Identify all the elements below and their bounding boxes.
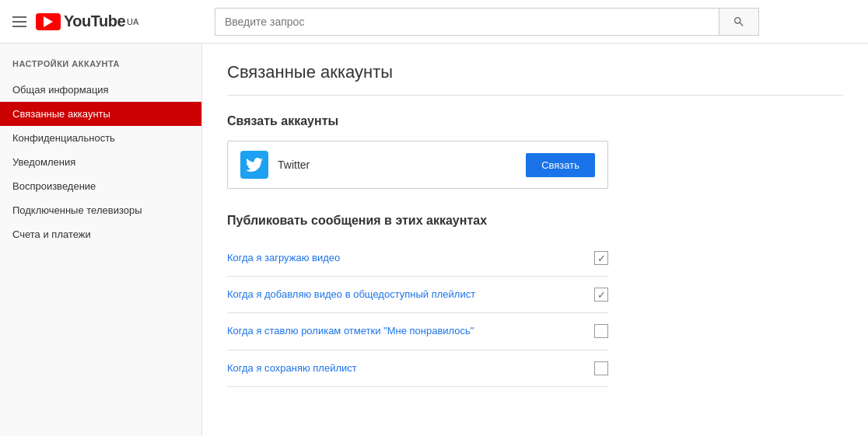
publish-label-upload: Когда я загружаю видео xyxy=(227,251,582,265)
search-icon xyxy=(733,16,745,28)
page-title: Связанные аккаунты xyxy=(227,62,843,82)
connect-button[interactable]: Связать xyxy=(526,153,595,177)
publish-row-save-playlist: Когда я сохраняю плейлист xyxy=(227,351,608,387)
link-section-title: Связать аккаунты xyxy=(227,114,843,128)
sidebar-item-playback[interactable]: Воспроизведение xyxy=(0,174,201,198)
publish-label-save-playlist: Когда я сохраняю плейлист xyxy=(227,361,582,375)
twitter-icon xyxy=(240,151,268,179)
search-button[interactable] xyxy=(719,8,759,36)
logo-text: YouTube xyxy=(64,12,125,30)
publish-label-playlist-add: Когда я добавляю видео в общедоступный п… xyxy=(227,288,582,302)
publish-row-playlist-add: Когда я добавляю видео в общедоступный п… xyxy=(227,277,608,313)
sidebar-item-billing[interactable]: Счета и платежи xyxy=(0,222,201,246)
checkbox-playlist-add[interactable]: ✓ xyxy=(594,288,608,302)
search-container xyxy=(215,8,759,36)
sidebar: НАСТРОЙКИ АККАУНТА Общая информация Связ… xyxy=(0,44,202,436)
checkmark-playlist-add: ✓ xyxy=(597,289,606,301)
publish-row-like: Когда я ставлю роликам отметки "Мне понр… xyxy=(227,313,608,350)
sidebar-item-general[interactable]: Общая информация xyxy=(0,78,201,102)
checkbox-upload[interactable]: ✓ xyxy=(594,251,608,265)
hamburger-menu[interactable] xyxy=(12,16,26,27)
sidebar-item-tvs[interactable]: Подключенные телевизоры xyxy=(0,198,201,222)
sidebar-item-privacy[interactable]: Конфиденциальность xyxy=(0,126,201,150)
header-left: YouTubeUA xyxy=(12,12,215,30)
sidebar-item-notifications[interactable]: Уведомления xyxy=(0,150,201,174)
twitter-bird-icon xyxy=(246,156,263,173)
publish-section-title: Публиковать сообщения в этих аккаунтах xyxy=(227,214,843,228)
twitter-label: Twitter xyxy=(278,159,516,171)
header: YouTubeUA xyxy=(0,0,868,44)
checkmark-upload: ✓ xyxy=(597,253,606,264)
logo-ua: UA xyxy=(127,17,138,26)
checkbox-save-playlist[interactable] xyxy=(594,361,608,375)
publish-row-upload: Когда я загружаю видео ✓ xyxy=(227,240,608,277)
play-triangle-icon xyxy=(44,16,53,27)
search-input[interactable] xyxy=(215,8,719,36)
title-divider xyxy=(227,95,843,96)
sidebar-section-title: НАСТРОЙКИ АККАУНТА xyxy=(0,59,201,78)
twitter-connect-box: Twitter Связать xyxy=(227,141,608,189)
layout: НАСТРОЙКИ АККАУНТА Общая информация Связ… xyxy=(0,44,868,436)
youtube-logo: YouTubeUA xyxy=(36,12,138,30)
sidebar-item-linked[interactable]: Связанные аккаунты xyxy=(0,102,201,126)
main-content: Связанные аккаунты Связать аккаунты Twit… xyxy=(202,44,868,436)
logo-container[interactable]: YouTubeUA xyxy=(36,12,138,30)
yt-icon xyxy=(36,13,61,30)
publish-label-like: Когда я ставлю роликам отметки "Мне понр… xyxy=(227,324,582,338)
checkbox-like[interactable] xyxy=(594,324,608,338)
